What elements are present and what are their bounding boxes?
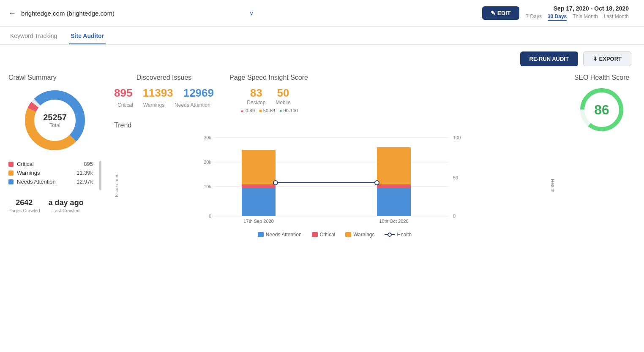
speed-triangle-icon: ▲	[240, 108, 244, 113]
needs-attention-legend-val: 12.97k	[76, 179, 93, 185]
speed-range-high: 90-100	[284, 108, 298, 113]
tab-bar: Keyword Tracking Site Auditor	[0, 28, 644, 45]
svg-text:0: 0	[453, 214, 456, 219]
last-crawled-label: Last Crawled	[49, 208, 84, 213]
needs-attention-swatch	[258, 232, 264, 237]
site-title: brightedge.com (brightedge.com)	[21, 10, 249, 17]
rerun-audit-button[interactable]: RE-RUN AUDIT	[520, 51, 578, 66]
bar1-needs-attention	[242, 188, 276, 216]
date-filter-group: 7 Days 30 Days This Month Last Month	[526, 14, 629, 21]
trend-title: Trend	[114, 122, 555, 129]
warnings-legend-label: Warnings	[17, 170, 40, 176]
issues-labels: Critical Warnings Needs Attention	[114, 102, 214, 108]
page-speed-panel: Page Speed Insight Score 83 Desktop 50 M…	[226, 74, 311, 113]
bar-chart-svg: 30k 20k 10k 0	[121, 133, 548, 226]
trend-panel: Trend Issue count 30k 20k 10k 0	[110, 122, 559, 238]
mobile-score: 50	[276, 87, 290, 100]
health-line-icon	[385, 232, 395, 237]
filter-30days[interactable]: 30 Days	[548, 14, 567, 21]
date-range: Sep 17, 2020 - Oct 18, 2020	[526, 5, 629, 12]
filter-7days[interactable]: 7 Days	[526, 14, 542, 21]
action-row: RE-RUN AUDIT ⬇ EXPORT	[0, 45, 644, 70]
mobile-speed: 50 Mobile	[276, 87, 290, 106]
chart-legend: Needs Attention Critical Warnings	[121, 232, 548, 238]
speed-numbers: 83 Desktop 50 Mobile	[226, 87, 311, 106]
bar2-critical	[377, 184, 411, 188]
desktop-score: 83	[247, 87, 265, 100]
critical-swatch	[312, 232, 318, 237]
chart-area: Issue count 30k 20k 10k 0	[114, 133, 555, 238]
critical-legend-label: Critical	[17, 161, 34, 167]
main-content: Crawl Summary 25257 Total	[0, 70, 644, 242]
bar-chart-wrapper: 30k 20k 10k 0	[121, 133, 548, 238]
y-axis-label: Issue count	[114, 173, 119, 197]
bar1-critical	[242, 184, 276, 188]
discovered-issues-title: Discovered Issues	[114, 74, 214, 81]
last-crawled-num: a day ago	[49, 198, 84, 207]
crawl-summary-panel: Crawl Summary 25257 Total	[8, 74, 101, 238]
crawl-legend: Critical 895 Warnings 11.39k Needs Atten…	[8, 161, 101, 185]
speed-range-mid: 50-89	[263, 108, 275, 113]
desktop-speed: 83 Desktop	[247, 87, 265, 106]
donut-chart: 25257 Total	[21, 87, 89, 154]
speed-circle-icon: ●	[279, 108, 282, 113]
speed-square-icon: ■	[259, 108, 262, 113]
warnings-issue-label: Warnings	[143, 102, 164, 108]
page-speed-title: Page Speed Insight Score	[226, 74, 311, 81]
health-chart-label: Health	[397, 232, 412, 238]
svg-text:10k: 10k	[204, 184, 211, 189]
warnings-chart-label: Warnings	[353, 232, 374, 238]
pages-crawled-stat: 2642 Pages Crawled	[8, 198, 40, 213]
total-count: 25257	[43, 113, 67, 122]
edit-button[interactable]: ✎ EDIT	[482, 6, 519, 20]
legend-warnings-bar: Warnings	[345, 232, 374, 238]
seo-health-panel: SEO Health Score 86	[568, 74, 636, 238]
dropdown-arrow-icon[interactable]: ∨	[249, 10, 254, 16]
filter-this-month[interactable]: This Month	[573, 14, 598, 21]
header: ← brightedge.com (brightedge.com) ∨ ✎ ED…	[0, 0, 644, 27]
bar1-warnings	[242, 150, 276, 184]
svg-text:30k: 30k	[204, 135, 211, 140]
legend-needs-attention-bar: Needs Attention	[258, 232, 302, 238]
critical-chart-label: Critical	[320, 232, 336, 238]
svg-text:18th Oct 2020: 18th Oct 2020	[379, 219, 408, 224]
back-button[interactable]: ←	[8, 9, 16, 18]
bar2-warnings	[377, 147, 411, 184]
total-label: Total	[43, 122, 67, 128]
crawl-summary-title: Crawl Summary	[8, 74, 101, 81]
legend-warnings: Warnings 11.39k	[8, 170, 93, 176]
svg-text:50: 50	[453, 175, 458, 180]
critical-issue-label: Critical	[117, 102, 133, 108]
last-crawled-stat: a day ago Last Crawled	[49, 198, 84, 213]
critical-issue-count: 895	[114, 87, 132, 100]
filter-last-month[interactable]: Last Month	[604, 14, 629, 21]
tab-site-auditor[interactable]: Site Auditor	[69, 28, 106, 44]
svg-text:20k: 20k	[204, 160, 211, 165]
issues-numbers: 895 11393 12969	[114, 87, 214, 100]
score-ring: 86	[579, 87, 625, 133]
speed-legend: ▲ 0-49 ■ 50-89 ● 90-100	[226, 108, 311, 113]
y-right-axis-label: Health	[550, 179, 555, 192]
export-button[interactable]: ⬇ EXPORT	[583, 51, 631, 66]
tab-keyword-tracking[interactable]: Keyword Tracking	[8, 28, 59, 44]
legend-critical-bar: Critical	[312, 232, 336, 238]
warnings-swatch	[345, 232, 351, 237]
speed-legend-green: ● 90-100	[279, 108, 298, 113]
legend-needs-attention: Needs Attention 12.97k	[8, 179, 93, 185]
scrollbar[interactable]	[99, 161, 101, 190]
critical-color-dot	[8, 162, 14, 167]
speed-range-low: 0-49	[246, 108, 255, 113]
needs-attention-chart-label: Needs Attention	[266, 232, 302, 238]
warnings-legend-val: 11.39k	[76, 170, 93, 176]
speed-legend-orange: ■ 50-89	[259, 108, 275, 113]
speed-legend-red: ▲ 0-49	[240, 108, 255, 113]
svg-text:100: 100	[453, 135, 461, 140]
svg-text:17th Sep 2020: 17th Sep 2020	[243, 219, 274, 224]
warnings-issue-count: 11393	[142, 87, 173, 100]
discovered-issues-panel: Discovered Issues 895 11393 12969 Critic…	[114, 74, 214, 113]
needs-attention-legend-label: Needs Attention	[17, 179, 56, 185]
attention-issue-label: Needs Attention	[175, 102, 210, 108]
legend-critical: Critical 895	[8, 161, 93, 167]
attention-issue-count: 12969	[183, 87, 214, 100]
mobile-label: Mobile	[276, 100, 290, 106]
